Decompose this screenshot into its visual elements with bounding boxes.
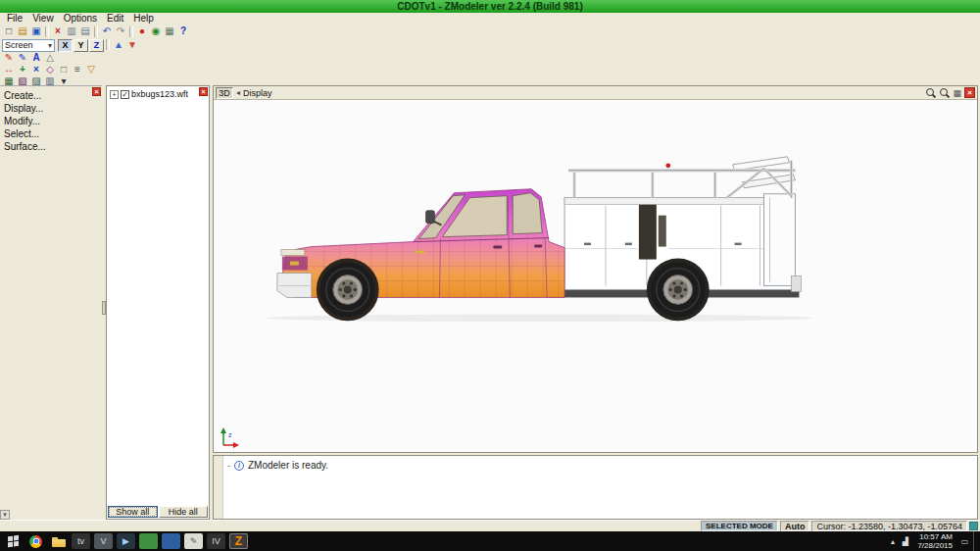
command-display[interactable]: Display... xyxy=(0,102,102,115)
command-modify[interactable]: Modify... xyxy=(0,115,102,127)
triangle-up-icon[interactable]: ▲ xyxy=(112,39,125,51)
viewport-view-dropdown[interactable]: Display xyxy=(243,88,272,98)
action-center-icon[interactable]: ▭ xyxy=(959,537,970,546)
menu-file[interactable]: File xyxy=(2,13,27,25)
record-icon[interactable]: ● xyxy=(135,25,149,37)
zoom-in-icon[interactable] xyxy=(925,87,936,98)
truck-model[interactable] xyxy=(214,100,977,452)
object-tree-row[interactable]: + ✓ bxbugs123.wft xyxy=(107,86,209,99)
menu-edit[interactable]: Edit xyxy=(102,13,128,25)
green-app-icon[interactable] xyxy=(139,533,158,549)
paste-icon[interactable]: ▤ xyxy=(78,25,92,37)
help-icon[interactable]: ? xyxy=(176,25,190,37)
command-create[interactable]: Create... xyxy=(0,89,102,102)
toolbar-main: □▤▣×▥▤↶↷●◉▦? xyxy=(0,25,980,38)
target-icon[interactable]: ◉ xyxy=(149,25,163,37)
status-indicator-square xyxy=(969,522,978,530)
undo-icon[interactable]: ↶ xyxy=(100,25,114,37)
taskbar: tvV▶✎IVZ ▴▟ 10:57 AM 7/28/2015 ▭ xyxy=(0,531,980,551)
axis-gizmo: z xyxy=(217,426,242,449)
zmodeler-icon[interactable]: Z xyxy=(229,533,248,549)
chrome-icon[interactable] xyxy=(24,532,47,551)
menu-view[interactable]: View xyxy=(27,13,59,25)
screen-dropdown[interactable]: Screen ▾ xyxy=(2,39,55,52)
show-all-button[interactable]: Show all xyxy=(108,506,158,518)
close-icon[interactable]: × xyxy=(199,87,208,96)
toolbar-draw: ✎✎A△ xyxy=(0,52,980,64)
axis-z-icon[interactable]: Z xyxy=(89,39,104,52)
move-icon[interactable]: ↔ xyxy=(2,64,16,75)
viewport-mode-button[interactable]: 3D xyxy=(216,87,233,99)
chevron-left-icon[interactable]: ◂ xyxy=(236,88,240,97)
start-icon[interactable] xyxy=(2,532,24,551)
triangle-down-icon[interactable]: ▼ xyxy=(125,39,139,51)
delete-icon[interactable]: × xyxy=(51,25,65,37)
separator-icon xyxy=(45,26,49,37)
taskbar-tray: ▴▟ 10:57 AM 7/28/2015 ▭ xyxy=(887,531,980,551)
grid-icon[interactable]: ▦ xyxy=(953,88,961,98)
object-name[interactable]: bxbugs123.wft xyxy=(131,89,188,99)
save-file-icon[interactable]: ▣ xyxy=(29,25,43,37)
copy-icon[interactable]: ▥ xyxy=(65,25,78,37)
status-auto-label[interactable]: Auto xyxy=(780,521,810,531)
add-icon[interactable]: + xyxy=(16,64,29,75)
tv-app-icon[interactable]: tv xyxy=(72,533,90,549)
media-app-icon[interactable]: ▶ xyxy=(117,533,135,549)
taskbar-apps: tvV▶✎IVZ xyxy=(2,532,250,551)
scroll-down-icon[interactable]: ▼ xyxy=(0,510,10,520)
commands-panel: × Create... Display... Modify... Select.… xyxy=(0,85,102,520)
status-mode-badge: SELECTED MODE xyxy=(701,521,778,531)
log-entry: - i ZModeler is ready. xyxy=(227,460,328,471)
openiv-icon[interactable]: IV xyxy=(207,533,225,549)
svg-text:z: z xyxy=(228,431,232,438)
screen-dropdown-value: Screen xyxy=(5,40,33,50)
log-gutter xyxy=(214,456,223,519)
new-file-icon[interactable]: □ xyxy=(2,25,16,37)
object-panel-buttons: Show all Hide all xyxy=(108,506,208,518)
network-icon[interactable]: ▟ xyxy=(900,537,910,546)
menu-bar: File View Options Edit Help xyxy=(0,13,980,25)
zoom-out-icon[interactable] xyxy=(939,87,950,98)
redo-icon[interactable]: ↷ xyxy=(114,25,127,37)
object-visibility-checkbox[interactable]: ✓ xyxy=(121,90,129,99)
separator-icon xyxy=(129,26,133,37)
viewport-header: 3D ◂ Display ▦ × xyxy=(214,86,977,100)
show-desktop-button[interactable] xyxy=(973,531,978,551)
tree-expander-icon[interactable]: + xyxy=(110,90,119,99)
status-cursor-coordinates: Cursor: -1.23580, -1.30473, -1.05764 xyxy=(811,521,967,531)
open-folder-icon[interactable]: ▤ xyxy=(16,25,29,37)
blue-app-icon[interactable] xyxy=(162,533,180,549)
cross-icon[interactable]: × xyxy=(29,64,43,75)
axis-y-icon[interactable]: Y xyxy=(74,39,88,52)
tri-down-icon[interactable]: ▽ xyxy=(84,64,98,75)
command-select[interactable]: Select... xyxy=(0,127,102,140)
taskbar-clock[interactable]: 10:57 AM 7/28/2015 xyxy=(913,532,956,550)
layers-icon[interactable]: ≡ xyxy=(71,64,84,75)
menu-help[interactable]: Help xyxy=(128,13,159,25)
axis-x-icon[interactable]: X xyxy=(58,39,73,52)
toolbar-screen: Screen ▾ XYZ ▲▼ xyxy=(0,38,980,52)
window-titlebar[interactable]: CDOTv1 - ZModeler ver 2.2.4 (Build 981) xyxy=(0,0,980,13)
hidden-icons-icon[interactable]: ▴ xyxy=(887,537,898,546)
prism-icon[interactable]: △ xyxy=(43,52,57,64)
grid-icon[interactable]: ▦ xyxy=(163,25,176,37)
hide-all-button[interactable]: Hide all xyxy=(159,506,209,518)
chevron-down-icon: ▾ xyxy=(48,41,52,50)
blue-pencil-icon[interactable]: ✎ xyxy=(16,52,29,64)
status-bar: SELECTED MODE Auto Cursor: -1.23580, -1.… xyxy=(0,520,980,531)
square-icon[interactable]: □ xyxy=(57,64,71,75)
tray-left-icons: ▴▟ xyxy=(887,537,910,546)
notepad-icon[interactable]: ✎ xyxy=(184,533,203,549)
viewport-canvas[interactable]: z xyxy=(214,100,977,452)
menu-options[interactable]: Options xyxy=(59,13,102,25)
log-bullet: - xyxy=(227,461,230,471)
viewport-close-icon[interactable]: × xyxy=(964,87,975,98)
viewport-3d: 3D ◂ Display ▦ × xyxy=(213,85,978,453)
command-surface[interactable]: Surface... xyxy=(0,140,102,153)
label-a-icon[interactable]: A xyxy=(29,52,43,64)
file-explorer-icon[interactable] xyxy=(47,532,70,551)
red-pencil-icon[interactable]: ✎ xyxy=(2,52,16,64)
v-app-icon[interactable]: V xyxy=(94,533,113,549)
diamond-icon[interactable]: ◇ xyxy=(43,64,57,75)
close-icon[interactable]: × xyxy=(92,87,101,96)
